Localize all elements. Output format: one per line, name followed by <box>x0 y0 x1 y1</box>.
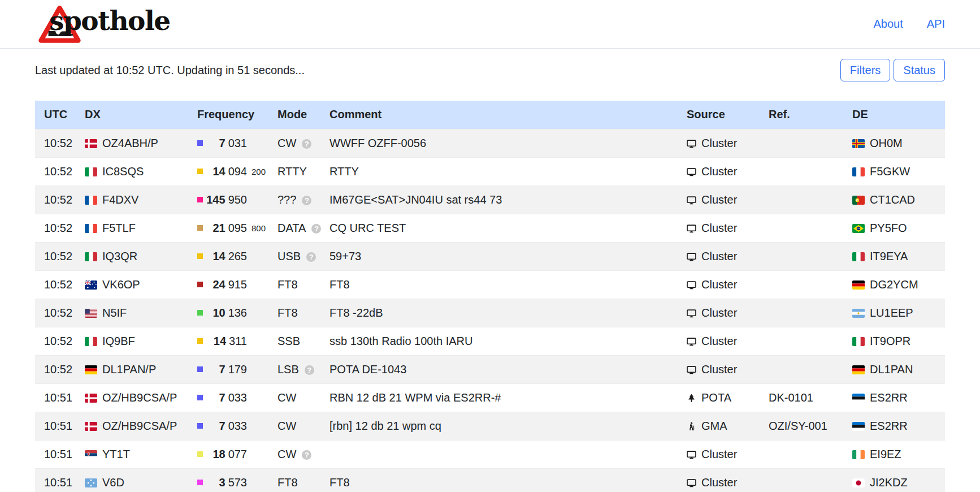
spot-comment: [rbn] 12 db 21 wpm cq <box>325 412 681 440</box>
de-callsign: ES2RR <box>870 420 908 432</box>
mode-label: FT8 <box>277 307 298 319</box>
monitor-icon <box>687 478 696 488</box>
de-flag-icon <box>852 139 865 148</box>
nav-link-about[interactable]: About <box>873 18 903 31</box>
de-callsign: IT9EYA <box>870 250 908 262</box>
band-indicator-icon <box>197 310 203 316</box>
dx-flag-icon <box>85 337 97 346</box>
source-label: Cluster <box>701 307 737 319</box>
last-updated-text: Last updated at 10:52 UTC. Updating in 5… <box>35 64 305 77</box>
spot-comment: RBN 12 dB 21 WPM via ES2RR-# <box>325 383 681 412</box>
monitor-icon <box>687 365 696 375</box>
dx-callsign: DL1PAN/P <box>102 363 156 376</box>
mode-help-icon[interactable]: ? <box>306 252 316 262</box>
dx-callsign: OZ/HB9CSA/P <box>102 420 177 432</box>
source-label: Cluster <box>701 476 737 489</box>
monitor-icon <box>687 139 696 149</box>
dx-flag-icon <box>85 394 97 403</box>
de-callsign: LU1EEP <box>870 307 913 319</box>
table-row: 10:52 DL1PAN/P 7179 LSB? POTA DE-1043 Cl… <box>35 355 945 383</box>
monitor-icon <box>687 450 696 460</box>
spot-comment: POTA DE-1043 <box>325 355 681 383</box>
de-callsign: EI9EZ <box>870 448 901 460</box>
spot-ref: DK-0101 <box>763 383 845 412</box>
dx-callsign: OZ/HB9CSA/P <box>102 391 177 404</box>
mode-help-icon[interactable]: ? <box>302 139 311 149</box>
mode-label: FT8 <box>277 476 298 489</box>
spots-table: UTC DX Frequency Mode Comment Source Ref… <box>35 101 945 492</box>
mode-label: CW <box>277 420 296 432</box>
dx-callsign: VK6OP <box>102 278 140 291</box>
mode-label: LSB <box>277 363 299 376</box>
spot-time: 10:52 <box>35 214 79 242</box>
dx-flag-icon <box>85 309 97 318</box>
spot-ref: OZI/SY-001 <box>763 412 845 440</box>
mode-label: RTTY <box>277 165 307 178</box>
de-flag-icon <box>852 365 865 374</box>
col-header-comment: Comment <box>325 101 681 129</box>
de-callsign: CT1CAD <box>870 193 915 206</box>
status-button[interactable]: Status <box>894 59 945 81</box>
spot-time: 10:51 <box>35 412 79 440</box>
table-row: 10:51 OZ/HB9CSA/P 7033 CW [rbn] 12 db 21… <box>35 412 945 440</box>
frequency-hz: 800 <box>247 223 267 233</box>
de-flag-icon <box>852 224 865 233</box>
dx-callsign: OZ4ABH/P <box>102 137 158 149</box>
de-flag-icon <box>852 196 865 205</box>
spot-time: 10:51 <box>35 383 79 412</box>
monitor-icon <box>687 196 696 205</box>
spot-ref <box>763 440 845 468</box>
filters-button[interactable]: Filters <box>840 59 890 81</box>
mode-help-icon[interactable]: ? <box>305 365 314 375</box>
spot-ref <box>763 355 845 383</box>
mode-label: CW <box>277 448 296 460</box>
spot-ref <box>763 299 845 327</box>
col-header-source: Source <box>681 101 763 129</box>
dx-flag-icon <box>85 139 97 148</box>
table-row: 10:52 IQ9BF 14311 SSB ssb 130th Radio 10… <box>35 327 945 355</box>
frequency-value: 10136 <box>203 307 247 320</box>
mode-help-icon[interactable]: ? <box>302 450 311 460</box>
mode-help-icon[interactable]: ? <box>302 196 311 205</box>
table-row: 10:52 VK6OP 24915 FT8 FT8 Cluster DG2YCM <box>35 270 945 299</box>
brand-name: spothole <box>49 6 170 36</box>
source-label: Cluster <box>701 165 737 178</box>
de-callsign: DG2YCM <box>870 278 918 291</box>
band-indicator-icon <box>197 253 203 259</box>
spot-comment: FT8 <box>325 468 681 492</box>
band-indicator-icon <box>197 366 203 372</box>
spot-comment <box>325 440 681 468</box>
nav-link-api[interactable]: API <box>927 18 945 31</box>
spot-time: 10:52 <box>35 129 79 157</box>
col-header-ref: Ref. <box>763 101 845 129</box>
source-label: Cluster <box>701 250 737 262</box>
de-callsign: IT9OPR <box>870 335 910 347</box>
logo[interactable]: spothole <box>35 2 222 47</box>
monitor-icon <box>687 167 696 177</box>
spot-ref <box>763 468 845 492</box>
spot-comment: RTTY <box>325 157 681 185</box>
spot-comment: WWFF OZFF-0056 <box>325 129 681 157</box>
de-flag-icon <box>852 167 865 176</box>
dx-callsign: V6D <box>102 476 124 489</box>
monitor-icon <box>687 309 696 318</box>
mode-help-icon[interactable]: ? <box>311 224 321 234</box>
frequency-value: 7031 <box>203 137 247 150</box>
status-bar: Last updated at 10:52 UTC. Updating in 5… <box>35 57 945 84</box>
monitor-icon <box>687 252 696 262</box>
frequency-value: 14094 <box>203 165 247 178</box>
source-label: Cluster <box>701 193 737 206</box>
dx-callsign: IC8SQS <box>102 165 144 178</box>
spot-ref <box>763 214 845 242</box>
dx-callsign: N5IF <box>102 307 127 319</box>
table-row: 10:52 F5TLF 21095 800 DATA? CQ URC TEST … <box>35 214 945 242</box>
table-row: 10:51 OZ/HB9CSA/P 7033 CW RBN 12 dB 21 W… <box>35 383 945 412</box>
de-flag-icon <box>852 422 865 431</box>
frequency-value: 21095 <box>203 222 247 235</box>
mode-label: FT8 <box>277 278 298 291</box>
dx-callsign: F5TLF <box>102 222 136 234</box>
spot-ref <box>763 242 845 270</box>
spot-time: 10:52 <box>35 327 79 355</box>
dx-flag-icon <box>85 365 97 374</box>
source-label: Cluster <box>701 335 737 347</box>
